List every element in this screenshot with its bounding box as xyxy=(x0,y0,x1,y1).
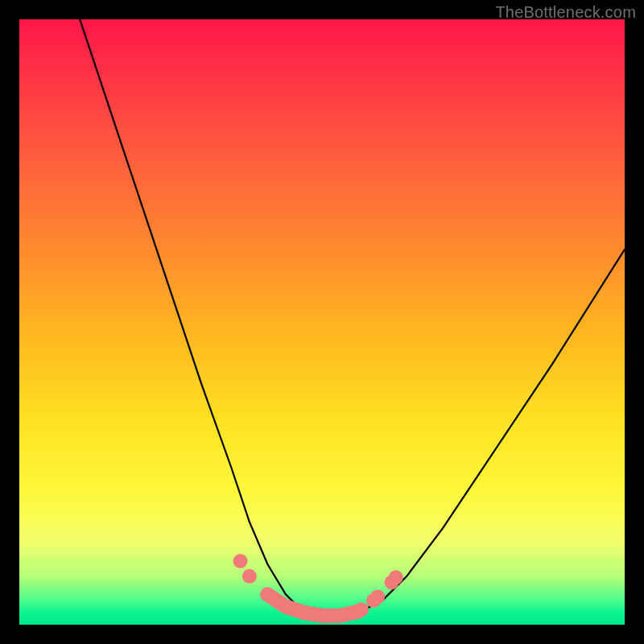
chart-frame: TheBottleneck.com xyxy=(0,0,644,644)
chart-plot-area xyxy=(19,19,625,625)
marker-dot xyxy=(370,589,385,604)
curve-path xyxy=(80,19,625,619)
marker-dot xyxy=(279,599,293,613)
marker-dot xyxy=(389,570,403,584)
marker-dot xyxy=(233,554,248,568)
marker-dot xyxy=(242,569,257,584)
marker-dot xyxy=(354,602,369,617)
watermark-text: TheBottleneck.com xyxy=(495,3,636,22)
marker-dot xyxy=(296,605,311,620)
marker-dot xyxy=(260,587,275,601)
bottleneck-curve xyxy=(80,19,625,619)
marker-cluster xyxy=(233,554,403,623)
marker-dot xyxy=(315,609,329,623)
chart-svg xyxy=(19,19,625,625)
marker-dot xyxy=(333,609,348,623)
